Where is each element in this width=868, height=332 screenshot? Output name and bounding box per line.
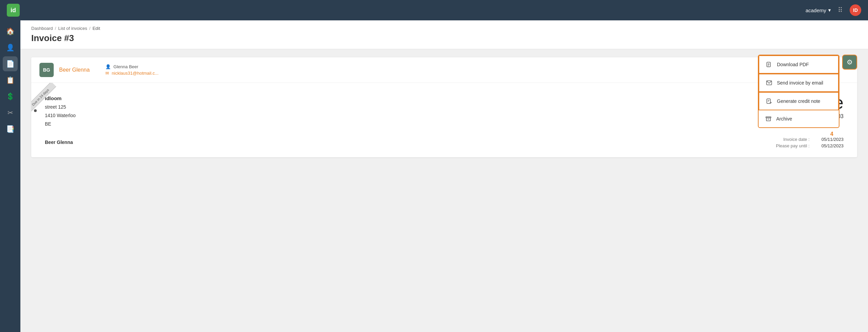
invoice-card: BG Beer Glenna 👤 Glenna Beer ✉ nicklaus3… — [31, 57, 857, 157]
breadcrumb: Dashboard / List of invoices / Edit — [31, 26, 857, 31]
breadcrumb-sep-1: / — [55, 26, 56, 31]
pay-label: Please pay until : — [776, 143, 810, 148]
chevron-down-icon: ▾ — [828, 7, 831, 13]
credit-note-icon — [765, 97, 773, 105]
credit-note-label: Generate credit note — [777, 98, 820, 104]
due-ribbon-wrapper: Due in 24 days — [31, 83, 72, 124]
breadcrumb-dashboard[interactable]: Dashboard — [31, 26, 53, 31]
dropdown-item-send-email[interactable]: Send invoice by email — [759, 74, 839, 92]
sidebar-item-discount[interactable]: ✂ — [3, 105, 18, 120]
person-icon: 👤 — [105, 64, 111, 69]
send-email-label: Send invoice by email — [777, 80, 823, 86]
navbar: id academy ▾ ⠿ ID — [0, 0, 868, 20]
breadcrumb-edit: Edit — [92, 26, 100, 31]
customer-email: nicklaus31@hotmail.c... — [112, 71, 158, 76]
download-pdf-label: Download PDF — [777, 62, 809, 67]
dropdown-menu: Download PDF Send invoice by email — [758, 55, 839, 128]
sidebar-item-orders[interactable]: 📋 — [3, 73, 18, 88]
dropdown-item-credit-note[interactable]: Generate credit note — [759, 92, 839, 110]
date-label: Invoice date : — [783, 137, 810, 142]
apps-grid-icon[interactable]: ⠿ — [838, 6, 843, 14]
page-title: Invoice #3 — [31, 33, 857, 43]
archive-icon — [765, 115, 772, 123]
sidebar: 🏠 👤 📄 📋 💲 ✂ 📑 — [0, 20, 20, 332]
archive-label: Archive — [776, 116, 792, 122]
invoice-meta: Beer Glenna Invoice date : 05/11/2023 Pl… — [31, 140, 857, 157]
customer-name-link[interactable]: Beer Glenna — [59, 67, 90, 73]
dropdown-item-download-pdf[interactable]: Download PDF — [759, 55, 839, 74]
customer-avatar: BG — [39, 63, 54, 77]
invoice-to: Beer Glenna — [45, 140, 844, 145]
academy-selector[interactable]: academy ▾ — [805, 7, 831, 13]
customer-fullname-row: 👤 Glenna Beer — [105, 64, 158, 69]
pdf-icon — [765, 61, 773, 68]
content-area: BG Beer Glenna 👤 Glenna Beer ✉ nicklaus3… — [20, 49, 868, 165]
invoice-body: Due in 24 days idloom street 125 1410 Wa… — [31, 83, 857, 157]
sidebar-item-users[interactable]: 👤 — [3, 40, 18, 55]
invoice-pay-row: Please pay until : 05/12/2023 — [776, 143, 844, 148]
pay-value: 05/12/2023 — [816, 143, 844, 148]
ribbon-dot — [34, 109, 37, 112]
page-header: Dashboard / List of invoices / Edit Invo… — [20, 20, 868, 49]
sidebar-item-invoices[interactable]: 📄 — [3, 56, 18, 71]
sidebar-item-reports[interactable]: 📑 — [3, 122, 18, 136]
customer-fullname: Glenna Beer — [114, 64, 138, 69]
customer-email-row: ✉ nicklaus31@hotmail.c... — [105, 71, 158, 76]
sidebar-item-home[interactable]: 🏠 — [3, 24, 18, 39]
academy-label: academy — [805, 7, 826, 13]
invoice-doc: idloom street 125 1410 Waterloo BE Invoi… — [31, 83, 857, 140]
email-icon: ✉ — [105, 71, 109, 76]
gear-button[interactable]: ⚙ — [842, 55, 857, 70]
dropdown-item-archive[interactable]: Archive — [759, 110, 839, 127]
customer-bar: BG Beer Glenna 👤 Glenna Beer ✉ nicklaus3… — [31, 57, 857, 83]
breadcrumb-list-invoices[interactable]: List of invoices — [58, 26, 87, 31]
customer-details: 👤 Glenna Beer ✉ nicklaus31@hotmail.c... — [105, 64, 158, 76]
app-logo[interactable]: id — [7, 4, 20, 17]
user-avatar[interactable]: ID — [850, 4, 861, 16]
sidebar-item-billing[interactable]: 💲 — [3, 89, 18, 104]
email-icon — [765, 79, 773, 87]
gear-area: 1 2 3 4 1 ⚙ — [830, 55, 857, 143]
breadcrumb-sep-2: / — [89, 26, 91, 31]
navbar-right: academy ▾ ⠿ ID — [805, 4, 861, 16]
due-ribbon: Due in 24 days — [31, 83, 56, 113]
main-content: Dashboard / List of invoices / Edit Invo… — [20, 20, 868, 332]
